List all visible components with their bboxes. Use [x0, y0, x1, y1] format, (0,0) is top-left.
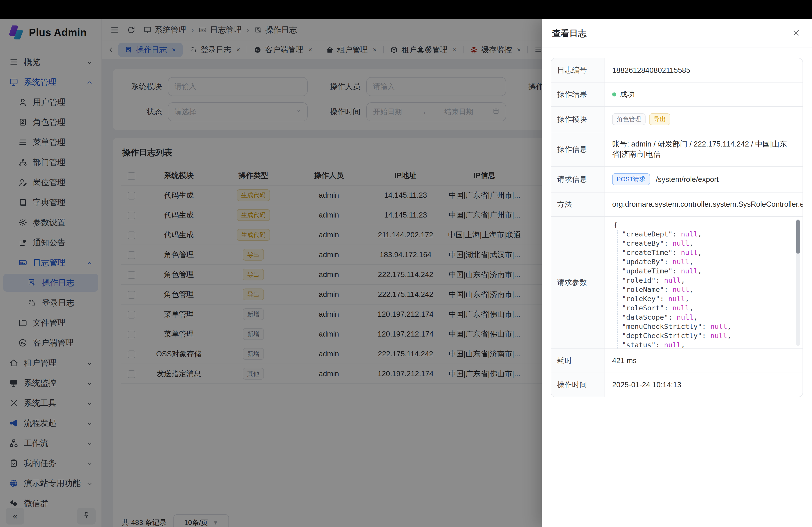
- detail-row-操作时间: 操作时间2025-01-24 10:14:13: [551, 373, 802, 397]
- detail-label: 耗时: [551, 349, 605, 373]
- close-icon[interactable]: [792, 28, 802, 38]
- drawer-body: 日志编号1882612840802115585操作结果成功操作模块角色管理导出操…: [542, 48, 812, 407]
- module-tag: 导出: [649, 114, 670, 125]
- detail-label: 日志编号: [551, 58, 605, 82]
- detail-value: 角色管理导出: [605, 107, 802, 132]
- code-scrollbar-thumb[interactable]: [796, 220, 800, 254]
- detail-value: 账号: admin / 研发部门 / 222.175.114.242 / 中国|…: [605, 132, 802, 166]
- detail-label: 操作模块: [551, 107, 605, 132]
- detail-label: 请求信息: [551, 167, 605, 192]
- success-dot-icon: [612, 92, 616, 96]
- detail-label: 操作信息: [551, 132, 605, 166]
- detail-label: 操作时间: [551, 373, 605, 397]
- detail-value: 成功: [605, 82, 802, 106]
- detail-label: 操作结果: [551, 82, 605, 106]
- detail-row-操作结果: 操作结果成功: [551, 82, 802, 107]
- detail-label: 请求参数: [551, 216, 605, 348]
- screen-top-strip: [0, 0, 812, 19]
- detail-row-日志编号: 日志编号1882612840802115585: [551, 58, 802, 82]
- detail-row-操作模块: 操作模块角色管理导出: [551, 107, 802, 132]
- http-method-tag: POST请求: [612, 174, 650, 185]
- detail-row-请求信息: 请求信息POST请求/system/role/export: [551, 167, 802, 192]
- detail-row-耗时: 耗时421 ms: [551, 349, 802, 373]
- drawer-title: 查看日志: [552, 28, 586, 39]
- detail-row-方法: 方法org.dromara.system.controller.system.S…: [551, 193, 802, 216]
- module-tag: 角色管理: [612, 114, 646, 125]
- log-detail-table: 日志编号1882612840802115585操作结果成功操作模块角色管理导出操…: [551, 58, 803, 397]
- detail-label: 方法: [551, 193, 605, 216]
- request-params-code[interactable]: { "createDept": null, "createBy": null, …: [605, 216, 802, 348]
- detail-value: org.dromara.system.controller.system.Sys…: [605, 193, 802, 216]
- detail-row-操作信息: 操作信息账号: admin / 研发部门 / 222.175.114.242 /…: [551, 132, 802, 167]
- detail-value: 1882612840802115585: [605, 58, 802, 82]
- drawer-header: 查看日志: [542, 19, 812, 48]
- detail-value: { "createDept": null, "createBy": null, …: [605, 216, 802, 348]
- detail-row-请求参数: 请求参数{ "createDept": null, "createBy": nu…: [551, 216, 802, 349]
- indent-guide: [617, 230, 618, 348]
- view-log-drawer: 查看日志 日志编号1882612840802115585操作结果成功操作模块角色…: [542, 19, 812, 527]
- detail-value: 2025-01-24 10:14:13: [605, 373, 802, 397]
- detail-value: 421 ms: [605, 349, 802, 373]
- detail-value: POST请求/system/role/export: [605, 167, 802, 192]
